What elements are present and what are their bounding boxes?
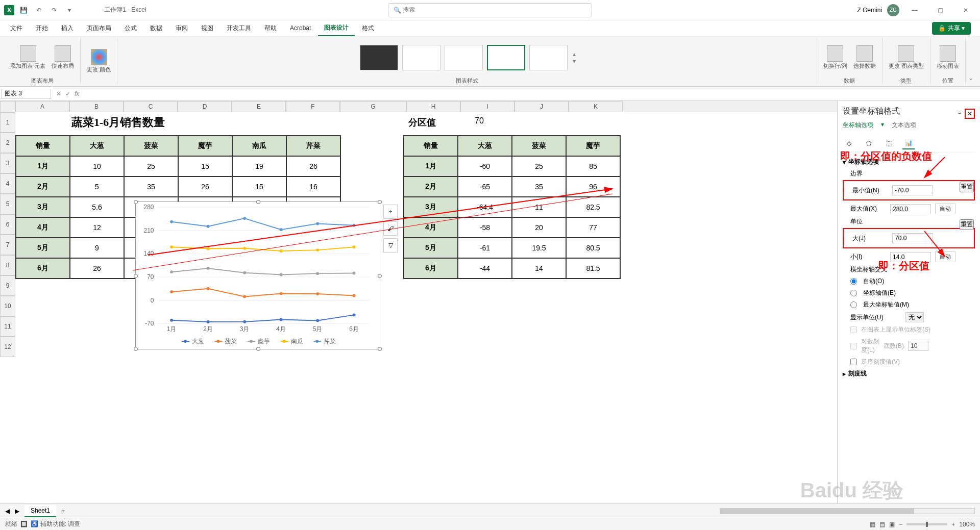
close-icon[interactable]: ✕: [955, 3, 976, 18]
tab-pagelayout[interactable]: 页面布局: [81, 21, 117, 36]
table2[interactable]: 销量大葱菠菜魔芋1月-6025852月-6535963月-64.41182.54…: [403, 135, 621, 279]
horizontal-scrollbar[interactable]: [720, 508, 975, 514]
view-normal-icon[interactable]: ▦: [870, 521, 875, 528]
auto-minor-button[interactable]: 自动: [935, 251, 955, 262]
chart-style-5[interactable]: [529, 45, 568, 70]
chart-style-more[interactable]: ▴▾: [573, 51, 576, 65]
chart-brush-icon[interactable]: 🖌: [383, 221, 398, 236]
row-11[interactable]: 11: [0, 316, 15, 337]
view-break-icon[interactable]: ▣: [889, 521, 895, 528]
col-B[interactable]: B: [69, 101, 124, 112]
zoom-in-icon[interactable]: +: [951, 521, 955, 528]
minimize-icon[interactable]: —: [904, 3, 925, 18]
row-2[interactable]: 2: [0, 133, 15, 153]
col-I[interactable]: I: [460, 101, 514, 112]
auto-max-button[interactable]: 自动: [935, 204, 955, 214]
chart-style-2[interactable]: [402, 45, 440, 70]
row-7[interactable]: 7: [0, 235, 15, 255]
tab-formulas[interactable]: 公式: [118, 21, 143, 36]
row-12[interactable]: 12: [0, 337, 15, 357]
row-5[interactable]: 5: [0, 194, 15, 214]
effects-icon[interactable]: ⬠: [863, 137, 875, 149]
radio-axis-value[interactable]: [850, 290, 857, 296]
switch-rowcol-button[interactable]: 切换行/列: [821, 43, 849, 71]
row-6[interactable]: 6: [0, 214, 15, 235]
avatar[interactable]: ZG: [887, 4, 899, 16]
change-chart-type-button[interactable]: 更改 图表类型: [887, 43, 926, 71]
undo-icon[interactable]: ↶: [33, 4, 45, 16]
pane-options-icon[interactable]: ⌄: [957, 109, 962, 119]
new-sheet-icon[interactable]: +: [61, 508, 65, 515]
col-E[interactable]: E: [232, 101, 286, 112]
row-1[interactable]: 1: [0, 112, 15, 133]
radio-auto[interactable]: [850, 278, 857, 285]
select-all-corner[interactable]: [0, 101, 15, 112]
qat-customize-icon[interactable]: ▾: [63, 4, 76, 16]
row-8[interactable]: 8: [0, 255, 15, 275]
col-K[interactable]: K: [569, 101, 623, 112]
col-C[interactable]: C: [124, 101, 178, 112]
col-F[interactable]: F: [286, 101, 340, 112]
move-chart-button[interactable]: 移动图表: [935, 43, 961, 71]
tab-home[interactable]: 开始: [30, 21, 54, 36]
chart-style-4[interactable]: [487, 45, 525, 70]
worksheet[interactable]: A B C D E F G H I J K 123456789101112 蔬菜…: [0, 101, 837, 503]
select-display-unit[interactable]: 无: [905, 312, 924, 322]
radio-max-axis[interactable]: [850, 301, 857, 308]
col-J[interactable]: J: [514, 101, 569, 112]
zoom-level[interactable]: 100%: [959, 521, 975, 528]
row-4[interactable]: 4: [0, 173, 15, 194]
save-icon[interactable]: 💾: [17, 4, 30, 16]
col-G[interactable]: G: [340, 101, 406, 112]
tab-dev[interactable]: 开发工具: [220, 21, 257, 36]
change-colors-button[interactable]: 更改 颜色: [85, 47, 113, 75]
search-box[interactable]: 🔍 搜索: [388, 3, 592, 17]
row-3[interactable]: 3: [0, 153, 15, 173]
sheet-tab[interactable]: Sheet1: [24, 505, 56, 517]
add-chart-element-button[interactable]: 添加图表 元素: [8, 43, 47, 71]
col-H[interactable]: H: [406, 101, 460, 112]
select-data-button[interactable]: 选择数据: [851, 43, 878, 71]
pane-tab-text[interactable]: 文本选项: [892, 121, 916, 130]
chart-style-3[interactable]: [445, 45, 483, 70]
tab-format[interactable]: 格式: [356, 21, 380, 36]
axis-options-icon[interactable]: 📊: [902, 137, 915, 149]
tab-chartdesign[interactable]: 图表设计: [318, 20, 355, 36]
chart-style-1[interactable]: [360, 45, 398, 70]
fx-icon[interactable]: fx: [75, 90, 79, 97]
tab-view[interactable]: 视图: [195, 21, 219, 36]
reset-min-button[interactable]: 重置: [960, 182, 974, 192]
maximize-icon[interactable]: ▢: [930, 3, 950, 18]
fill-icon[interactable]: ◇: [843, 137, 855, 149]
name-box[interactable]: [1, 89, 51, 99]
row-9[interactable]: 9: [0, 275, 15, 296]
row-10[interactable]: 10: [0, 296, 15, 316]
prev-sheet-icon[interactable]: ◀: [5, 508, 10, 515]
input-max[interactable]: [890, 204, 931, 214]
tab-insert[interactable]: 插入: [55, 21, 80, 36]
col-D[interactable]: D: [178, 101, 232, 112]
user-name[interactable]: Z Gemini: [857, 7, 882, 14]
embedded-chart[interactable]: -700701402102801月2月3月4月5月6月大葱菠菜魔芋南瓜芹菜 + …: [135, 201, 380, 349]
status-access[interactable]: ♿ 辅助功能: 调查: [31, 520, 80, 528]
cancel-formula-icon[interactable]: ✕: [56, 90, 61, 97]
input-min[interactable]: [892, 185, 933, 195]
tab-file[interactable]: 文件: [4, 21, 29, 36]
share-button[interactable]: 🔒 共享 ▾: [932, 22, 971, 35]
zoom-out-icon[interactable]: −: [899, 521, 902, 528]
tab-help[interactable]: 帮助: [258, 21, 283, 36]
col-A[interactable]: A: [15, 101, 69, 112]
next-sheet-icon[interactable]: ▶: [15, 508, 19, 515]
view-layout-icon[interactable]: ▤: [879, 521, 885, 528]
pane-close-icon[interactable]: ✕: [965, 109, 975, 119]
pane-tab-axis[interactable]: 坐标轴选项: [843, 121, 873, 130]
collapse-ribbon-icon[interactable]: ⌄: [966, 72, 976, 84]
confirm-formula-icon[interactable]: ✓: [65, 90, 70, 97]
input-major[interactable]: [892, 233, 933, 243]
zoom-slider[interactable]: [906, 523, 947, 525]
tab-review[interactable]: 审阅: [169, 21, 194, 36]
tab-acrobat[interactable]: Acrobat: [284, 21, 317, 35]
size-icon[interactable]: ⬚: [883, 137, 895, 149]
tab-data[interactable]: 数据: [144, 21, 168, 36]
chart-plus-icon[interactable]: +: [383, 205, 398, 219]
